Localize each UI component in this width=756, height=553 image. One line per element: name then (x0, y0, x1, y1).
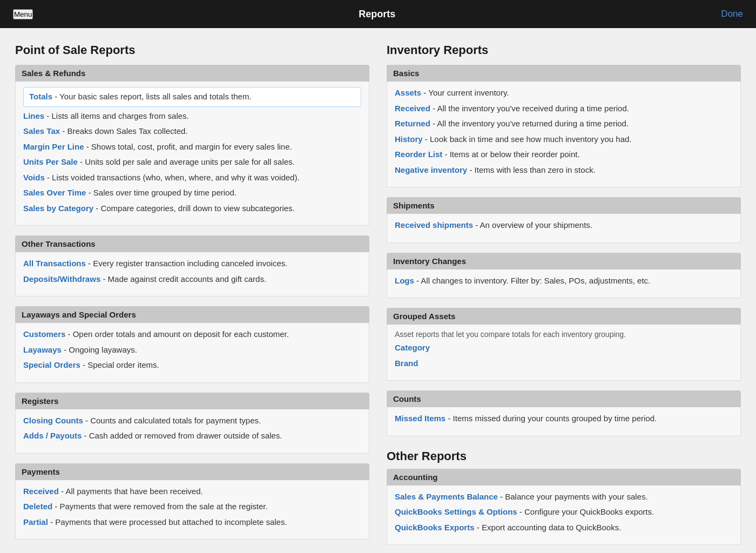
report-desc: - Compare categories, drill down to view… (93, 204, 295, 213)
report-desc: - Lists voided transactions (who, when, … (45, 173, 300, 182)
inventory-reports-title: Inventory Reports (387, 43, 741, 57)
page-title-header: Reports (359, 9, 395, 20)
report-desc: - Open order totals and amount on deposi… (65, 329, 289, 339)
section-body-accounting: Sales & Payments Balance - Balance your … (387, 485, 741, 545)
report-desc: - Special order items. (80, 360, 159, 369)
report-item: Lines - Lists all items and charges from… (23, 110, 361, 123)
report-item: QuickBooks Settings & Options - Configur… (395, 506, 733, 518)
report-link-negative-inventory[interactable]: Negative inventory (395, 165, 467, 174)
left-sections: Sales & RefundsTotals - Your basic sales… (15, 65, 369, 542)
report-link-closing-counts[interactable]: Closing Counts (23, 416, 83, 425)
report-link-all-transactions[interactable]: All Transactions (23, 259, 86, 268)
report-link-quickbooks-settings--options[interactable]: QuickBooks Settings & Options (395, 507, 517, 516)
section-header-inventory-changes: Inventory Changes (387, 253, 741, 269)
report-link-layaways[interactable]: Layaways (23, 345, 62, 354)
report-link-lines[interactable]: Lines (23, 111, 44, 120)
report-item: Voids - Lists voided transactions (who, … (23, 172, 361, 184)
left-column: Point of Sale Reports Sales & RefundsTot… (15, 43, 369, 547)
section-header-layaways: Layaways and Special Orders (15, 306, 369, 323)
report-link-brand[interactable]: Brand (395, 359, 418, 368)
report-link-partial[interactable]: Partial (23, 517, 48, 527)
section-header-grouped-assets: Grouped Assets (387, 308, 741, 325)
pos-reports-title: Point of Sale Reports (15, 43, 369, 57)
report-item: Units Per Sale - Units sold per sale and… (23, 156, 361, 168)
report-link-received[interactable]: Received (23, 487, 59, 496)
report-desc: - Lists all items and charges from sales… (44, 111, 189, 120)
report-item: Sales by Category - Compare categories, … (23, 203, 361, 215)
report-item: Totals - Your basic sales report, lists … (23, 87, 361, 107)
section-header-other-transactions: Other Transactions (15, 235, 369, 252)
report-item: Returned - All the inventory you've retu… (395, 118, 733, 130)
section-header-shipments: Shipments (387, 197, 741, 214)
section-body-other-transactions: All Transactions - Every register transa… (15, 252, 369, 296)
report-item: QuickBooks Exports - Export accounting d… (395, 522, 733, 534)
report-item: Closing Counts - Counts and calculated t… (23, 415, 361, 427)
report-link-sales-tax[interactable]: Sales Tax (23, 126, 60, 136)
report-link-depositswithdraws[interactable]: Deposits/Withdraws (23, 274, 100, 284)
report-item: Deposits/Withdraws - Made against credit… (23, 273, 361, 286)
report-item: Deleted - Payments that were removed fro… (23, 501, 361, 513)
report-desc: - Look back in time and see how much inv… (423, 134, 632, 144)
report-link-missed-items[interactable]: Missed Items (395, 414, 446, 423)
section-body-registers: Closing Counts - Counts and calculated t… (15, 409, 369, 454)
report-desc: - All the inventory you've returned duri… (430, 119, 629, 128)
report-desc: - Counts and calculated totals for payme… (83, 416, 261, 425)
main-content: Point of Sale Reports Sales & RefundsTot… (0, 28, 756, 553)
report-desc: - Every register transaction including c… (86, 259, 288, 268)
report-link-margin-per-line[interactable]: Margin Per Line (23, 142, 84, 151)
section-body-counts: Missed Items - Items missed during your … (387, 407, 741, 436)
report-link-reorder-list[interactable]: Reorder List (395, 150, 442, 159)
report-link-sales-by-category[interactable]: Sales by Category (23, 204, 93, 213)
report-link-assets[interactable]: Assets (395, 88, 421, 97)
report-item: Received - All payments that have been r… (23, 485, 361, 498)
report-link-sales-over-time[interactable]: Sales Over Time (23, 188, 86, 197)
report-link-returned[interactable]: Returned (395, 119, 430, 128)
report-item: Received - All the inventory you've rece… (395, 103, 733, 115)
report-link-units-per-sale[interactable]: Units Per Sale (23, 157, 78, 166)
report-desc: - Balance your payments with your sales. (498, 492, 648, 501)
report-item: Layaways - Ongoing layaways. (23, 344, 361, 356)
menu-button[interactable]: Menu (13, 9, 33, 19)
report-item: Brand (395, 358, 733, 370)
done-button[interactable]: Done (721, 9, 743, 19)
report-link-special-orders[interactable]: Special Orders (23, 360, 80, 369)
section-header-accounting: Accounting (387, 469, 741, 485)
report-link-quickbooks-exports[interactable]: QuickBooks Exports (395, 523, 475, 532)
report-desc: - Your current inventory. (421, 88, 509, 97)
right-other-sections: AccountingSales & Payments Balance - Bal… (387, 469, 741, 548)
report-desc: - Units sold per sale and average units … (78, 157, 295, 166)
right-column: Inventory Reports BasicsAssets - Your cu… (387, 43, 741, 547)
report-desc: - Ongoing layaways. (62, 345, 137, 354)
report-item: Missed Items - Items missed during your … (395, 413, 733, 425)
section-body-shipments: Received shipments - An overview of your… (387, 214, 741, 243)
report-desc: - Made against credit accounts and gift … (100, 274, 266, 284)
report-desc: - All the inventory you've received duri… (430, 104, 629, 113)
report-link-deleted[interactable]: Deleted (23, 502, 52, 511)
report-link-customers[interactable]: Customers (23, 329, 65, 339)
report-desc: - Items missed during your counts groupe… (446, 414, 657, 423)
app-header: Menu Reports Done (0, 0, 756, 28)
section-header-counts: Counts (387, 390, 741, 407)
report-link-logs[interactable]: Logs (395, 276, 414, 285)
report-link-adds--payouts[interactable]: Adds / Payouts (23, 431, 82, 440)
report-link-history[interactable]: History (395, 134, 423, 144)
report-desc: - Configure your QuickBooks exports. (517, 507, 654, 516)
section-header-payments: Payments (15, 463, 369, 480)
report-desc: - All payments that have been received. (59, 487, 203, 496)
report-link-voids[interactable]: Voids (23, 173, 45, 182)
grouped-text-grouped-assets: Asset reports that let you compare total… (395, 330, 733, 339)
report-item: Received shipments - An overview of your… (395, 219, 733, 232)
report-item: Customers - Open order totals and amount… (23, 328, 361, 341)
report-item: Margin Per Line - Shows total, cost, pro… (23, 141, 361, 153)
report-item: Sales & Payments Balance - Balance your … (395, 491, 733, 503)
section-body-basics: Assets - Your current inventory.Received… (387, 82, 741, 187)
report-link-received-shipments[interactable]: Received shipments (395, 220, 473, 230)
report-link-sales--payments-balance[interactable]: Sales & Payments Balance (395, 492, 498, 501)
report-link-received[interactable]: Received (395, 104, 430, 113)
report-link-totals[interactable]: Totals (29, 92, 52, 101)
section-header-registers: Registers (15, 393, 369, 409)
report-desc: - Your basic sales report, lists all sal… (52, 92, 252, 101)
report-item: Logs - All changes to inventory. Filter … (395, 275, 733, 287)
report-link-category[interactable]: Category (395, 343, 430, 352)
report-desc: - Sales over time grouped by time period… (86, 188, 236, 197)
